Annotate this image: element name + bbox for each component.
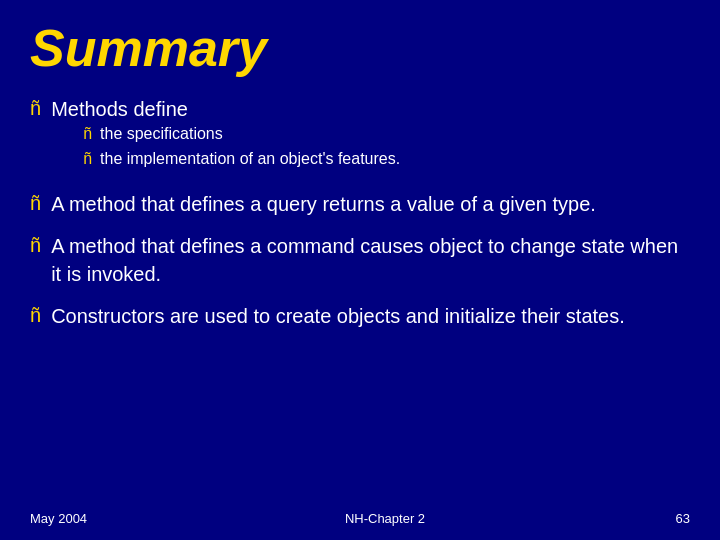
sub-bullet-text-2: the implementation of an object's featur… — [100, 148, 400, 170]
bullet-item-4: ñ Constructors are used to create object… — [30, 302, 690, 330]
sub-bullet-icon-2: ñ — [83, 150, 92, 168]
footer: May 2004 NH-Chapter 2 63 — [0, 511, 720, 526]
bullet-text-4: Constructors are used to create objects … — [51, 302, 625, 330]
footer-center: NH-Chapter 2 — [110, 511, 660, 526]
bullet-text-2: A method that defines a query returns a … — [51, 190, 596, 218]
footer-left: May 2004 — [30, 511, 110, 526]
sub-bullet-item-1: ñ the specifications — [83, 123, 400, 145]
bullet-item-3: ñ A method that defines a command causes… — [30, 232, 690, 288]
bullet-item-1: ñ Methods define ñ the specifications ñ … — [30, 95, 690, 176]
bullet-text-3: A method that defines a command causes o… — [51, 232, 690, 288]
bullet-icon-3: ñ — [30, 234, 41, 257]
bullet-icon-1: ñ — [30, 97, 41, 120]
bullet-item-2: ñ A method that defines a query returns … — [30, 190, 690, 218]
footer-right: 63 — [660, 511, 690, 526]
sub-bullet-item-2: ñ the implementation of an object's feat… — [83, 148, 400, 170]
slide: Summary ñ Methods define ñ the specifica… — [0, 0, 720, 540]
bullet-icon-4: ñ — [30, 304, 41, 327]
bullet-icon-2: ñ — [30, 192, 41, 215]
sub-bullet-icon-1: ñ — [83, 125, 92, 143]
sub-bullet-text-1: the specifications — [100, 123, 223, 145]
bullet-text-1: Methods define — [51, 98, 188, 120]
sub-bullets-1: ñ the specifications ñ the implementatio… — [83, 123, 400, 170]
slide-title: Summary — [30, 20, 690, 77]
